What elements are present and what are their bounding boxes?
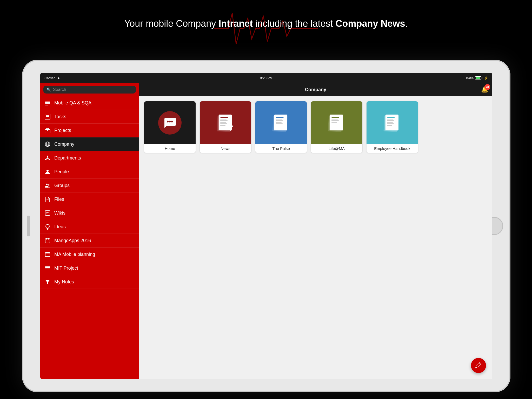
- tile-news-icon-area: [200, 101, 251, 144]
- sidebar-label-company: Company: [54, 142, 74, 147]
- svg-rect-0: [45, 101, 50, 102]
- svg-line-19: [46, 158, 48, 159]
- svg-rect-61: [276, 120, 283, 121]
- svg-rect-30: [45, 239, 50, 243]
- svg-rect-67: [331, 117, 339, 118]
- svg-point-23: [48, 184, 50, 186]
- sidebar-label-groups: Groups: [54, 183, 70, 188]
- tile-news[interactable]: News: [200, 101, 251, 153]
- svg-rect-40: [45, 269, 50, 269]
- mangoapps-icon: [44, 237, 51, 244]
- svg-rect-52: [220, 123, 227, 124]
- battery-percentage: 100%: [466, 76, 474, 80]
- sidebar-label-mangoapps-2016: MangoApps 2016: [54, 238, 91, 243]
- sidebar-item-mobile-qa[interactable]: Mobile QA & SQA: [40, 96, 139, 110]
- file-icon: [44, 196, 51, 202]
- search-bar[interactable]: 🔍 Search: [43, 86, 136, 94]
- svg-rect-50: [220, 120, 228, 121]
- svg-rect-75: [387, 119, 393, 119]
- tile-lifema-label: Life@MA: [311, 144, 362, 153]
- svg-rect-49: [220, 119, 227, 119]
- content-title: Company: [305, 87, 326, 92]
- svg-point-44: [171, 121, 173, 122]
- svg-rect-3: [45, 105, 48, 105]
- tile-home[interactable]: Home: [144, 101, 196, 153]
- sidebar-label-mobile-qa: Mobile QA & SQA: [54, 100, 91, 106]
- svg-rect-39: [45, 267, 50, 268]
- person-icon: [44, 169, 51, 175]
- sidebar-item-groups[interactable]: Groups: [40, 179, 139, 192]
- main-content: 🔍 Search Mobile QA & SQA: [40, 83, 492, 379]
- mit-icon: [44, 265, 51, 271]
- svg-rect-7: [46, 118, 48, 118]
- sidebar-item-people[interactable]: People: [40, 165, 139, 179]
- svg-point-42: [167, 121, 169, 122]
- svg-point-43: [169, 121, 171, 122]
- notification-button[interactable]: 🔔 78: [481, 86, 488, 93]
- tile-pulse-icon-area: [255, 101, 307, 144]
- sidebar-item-mangoapps-2016[interactable]: MangoApps 2016: [40, 234, 139, 248]
- svg-line-20: [48, 158, 49, 159]
- sidebar-label-mit-project: MIT Project: [54, 265, 78, 271]
- chat-bubble-icon: [158, 111, 182, 135]
- ipad-side-button: [27, 216, 30, 236]
- sidebar-item-ma-mobile-planning[interactable]: MA Mobile planning: [40, 248, 139, 261]
- svg-rect-62: [276, 122, 282, 123]
- wifi-icon: ▲: [57, 76, 61, 80]
- svg-rect-78: [387, 123, 394, 124]
- sidebar-item-files[interactable]: Files: [40, 192, 139, 206]
- sidebar-item-ideas[interactable]: Ideas: [40, 220, 139, 234]
- ideas-icon: [44, 224, 51, 230]
- notification-badge: 78: [484, 84, 490, 90]
- sidebar-item-my-notes[interactable]: My Notes: [40, 275, 139, 289]
- sidebar-label-ma-mobile-planning: MA Mobile planning: [54, 252, 95, 257]
- briefcase-icon: [44, 127, 51, 134]
- ma-mobile-icon: [44, 251, 51, 257]
- svg-rect-8: [45, 130, 50, 133]
- tile-lifema-icon-area: [311, 101, 362, 144]
- svg-rect-9: [47, 130, 48, 131]
- svg-rect-68: [331, 119, 338, 119]
- sidebar-label-files: Files: [54, 197, 64, 202]
- content-header: Company 🔔 78: [139, 83, 492, 96]
- svg-rect-6: [46, 116, 49, 117]
- wiki-icon: W: [44, 210, 51, 216]
- sidebar-item-departments[interactable]: Departments: [40, 151, 139, 165]
- svg-text:W: W: [46, 211, 49, 215]
- svg-rect-63: [276, 123, 283, 124]
- svg-rect-38: [45, 266, 50, 267]
- filter-icon: [44, 279, 51, 285]
- tile-home-label: Home: [144, 144, 196, 153]
- tile-life-at-ma[interactable]: Life@MA: [311, 101, 362, 153]
- sidebar-label-people: People: [54, 169, 69, 175]
- sidebar-item-tasks[interactable]: Tasks: [40, 110, 139, 124]
- svg-rect-76: [387, 120, 394, 121]
- svg-rect-60: [276, 119, 282, 119]
- sidebar-label-my-notes: My Notes: [54, 279, 74, 285]
- fab-compose-button[interactable]: [471, 358, 486, 373]
- svg-rect-59: [276, 117, 284, 118]
- sidebar-item-wikis[interactable]: W Wikis: [40, 206, 139, 220]
- svg-rect-48: [220, 117, 228, 118]
- sidebar-item-company[interactable]: Company: [40, 137, 139, 151]
- svg-rect-77: [387, 122, 393, 123]
- svg-point-16: [45, 159, 46, 160]
- tile-the-pulse[interactable]: The Pulse: [255, 101, 307, 153]
- svg-rect-74: [387, 117, 395, 118]
- sidebar-item-projects[interactable]: Projects: [40, 124, 139, 137]
- tile-handbook-icon-area: [367, 101, 418, 144]
- tagline: Your mobile Company Intranet including t…: [0, 18, 532, 29]
- battery-icon: [475, 76, 482, 79]
- ipad-frame: Carrier ▲ 8:23 PM 100% ⚡: [22, 60, 510, 392]
- svg-rect-1: [45, 102, 50, 103]
- sidebar-label-tasks: Tasks: [54, 114, 66, 119]
- sidebar-label-projects: Projects: [54, 128, 71, 133]
- tile-pulse-label: The Pulse: [255, 144, 307, 153]
- sidebar-label-departments: Departments: [54, 155, 81, 161]
- svg-point-15: [47, 156, 48, 157]
- content-area: Company 🔔 78: [139, 83, 492, 379]
- svg-marker-41: [45, 280, 50, 284]
- svg-rect-5: [46, 115, 49, 116]
- tile-employee-handbook[interactable]: Employee Handbook: [367, 101, 418, 153]
- sidebar-item-mit-project[interactable]: MIT Project: [40, 261, 139, 275]
